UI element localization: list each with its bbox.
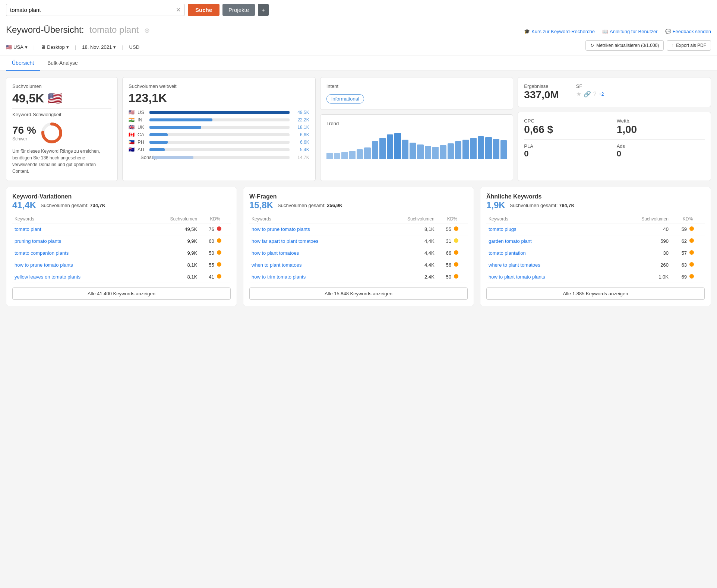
anleitung-link[interactable]: 📖 Anleitung für Benutzer bbox=[602, 29, 658, 34]
table-row: how to prune tomato plants 8,1K 55 bbox=[12, 259, 231, 271]
trend-bar bbox=[349, 151, 356, 159]
country-filter[interactable]: 🇺🇸 USA ▾ bbox=[6, 44, 28, 50]
keyword-volume: 40 bbox=[608, 223, 671, 235]
intent-card: Intent Informational bbox=[320, 77, 514, 110]
keyword-link[interactable]: pruning tomato plants bbox=[15, 238, 61, 244]
country-flag-icon: 🇵🇭 bbox=[129, 139, 135, 145]
kd-number: 31 bbox=[446, 238, 451, 244]
keyword-kurs-link[interactable]: 🎓 Kurs zur Keyword-Recherche bbox=[524, 29, 595, 34]
trend-bar bbox=[462, 140, 469, 159]
pla-block: PLA 0 bbox=[524, 143, 612, 159]
keyword-link[interactable]: tomato companion plants bbox=[15, 250, 69, 256]
keyword-link[interactable]: how to plant tomato plants bbox=[489, 274, 545, 280]
kd-dot-icon bbox=[217, 274, 221, 279]
kv-count: 41,4K bbox=[12, 200, 36, 210]
keyword-link[interactable]: tomato plugs bbox=[489, 226, 516, 232]
question-icon: ? bbox=[593, 91, 597, 98]
keyword-volume: 30 bbox=[608, 247, 671, 259]
kd-number: 63 bbox=[682, 262, 687, 268]
kv-header: Keyword-Variationen 41,4K Suchvolumen ge… bbox=[12, 193, 231, 210]
kd-number: 50 bbox=[446, 274, 451, 280]
keyword-link[interactable]: how to prune tomato plants bbox=[252, 226, 310, 232]
keyword-volume: 2,4K bbox=[379, 271, 436, 283]
kd-number: 57 bbox=[682, 250, 687, 256]
metriken-btn[interactable]: ↻ Metriken aktualisieren (0/1.000) bbox=[585, 40, 664, 51]
keyword-link[interactable]: tomato plant bbox=[15, 226, 41, 232]
wf-table: Keywords Suchvolumen KD% how to prune to… bbox=[249, 215, 468, 283]
table-row: garden tomato plant 590 62 bbox=[486, 235, 705, 247]
search-input[interactable] bbox=[10, 7, 176, 13]
ak-show-all-btn[interactable]: Alle 1.885 Keywords anzeigen bbox=[486, 287, 705, 300]
flag-icon: 🇺🇸 bbox=[6, 44, 12, 50]
trend-bar bbox=[410, 143, 416, 159]
kv-show-all-btn[interactable]: Alle 41.400 Keywords anzeigen bbox=[12, 287, 231, 300]
kd-label: Keyword-Schwierigkeit bbox=[12, 112, 111, 117]
ak-table: Keywords Suchvolumen KD% tomato plugs 40… bbox=[486, 215, 705, 283]
keyword-link[interactable]: how to prune tomato plants bbox=[15, 262, 73, 268]
keyword-kd: 41 bbox=[199, 271, 231, 283]
wf-col-kd: KD% bbox=[437, 215, 468, 223]
keyword-link[interactable]: garden tomato plant bbox=[489, 238, 532, 244]
keyword-link[interactable]: where to plant tomatoes bbox=[489, 262, 540, 268]
country-rows: 🇺🇸 US 49,5K 🇮🇳 IN 22,2K 🇬🇧 UK 18,1K 🇨🇦 C… bbox=[129, 109, 309, 152]
country-volume: 5,4K bbox=[293, 147, 309, 152]
country-flag-icon: 🇺🇸 bbox=[129, 109, 135, 115]
sf-extra[interactable]: +2 bbox=[599, 92, 604, 97]
header-links: 🎓 Kurs zur Keyword-Recherche 📖 Anleitung… bbox=[524, 29, 711, 34]
date-filter[interactable]: 18. Nov. 2021 ▾ bbox=[82, 44, 116, 50]
search-box: ✕ bbox=[6, 4, 185, 16]
kd-number: 59 bbox=[682, 226, 687, 232]
refresh-icon: ↻ bbox=[590, 43, 594, 48]
cpc-block: CPC 0,66 $ bbox=[524, 118, 612, 136]
chevron-down-icon: ▾ bbox=[25, 44, 28, 50]
keyword-volume: 49,5K bbox=[142, 223, 199, 235]
suchvolumen-card: Suchvolumen 49,5K 🇺🇸 Keyword-Schwierigke… bbox=[6, 77, 118, 181]
wf-show-all-btn[interactable]: Alle 15.848 Keywords anzeigen bbox=[249, 287, 468, 300]
trend-bar bbox=[341, 152, 348, 159]
ak-meta: Suchvolumen gesamt: 784,7K bbox=[510, 203, 575, 208]
search-button[interactable]: Suche bbox=[188, 4, 219, 16]
table-row: yellow leaves on tomato plants 8,1K 41 bbox=[12, 271, 231, 283]
device-filter[interactable]: 🖥 Desktop ▾ bbox=[41, 44, 69, 50]
action-buttons: ↻ Metriken aktualisieren (0/1.000) ↑ Exp… bbox=[585, 40, 711, 51]
keyword-link[interactable]: how to trim tomato plants bbox=[252, 274, 306, 280]
sf-block: SF ★ 🔗 ? +2 bbox=[576, 83, 604, 101]
flag-icon: 🇺🇸 bbox=[47, 92, 62, 105]
clear-button[interactable]: ✕ bbox=[176, 6, 181, 13]
keyword-kd: 59 bbox=[671, 223, 705, 235]
results-sf-row: Ergebnisse 337,0M SF ★ 🔗 ? +2 bbox=[524, 83, 705, 101]
separator2: | bbox=[75, 44, 76, 50]
separator: | bbox=[34, 44, 35, 50]
worldwide-value: 123,1K bbox=[129, 91, 309, 105]
worldwide-card: Suchvolumen weltweit 123,1K 🇺🇸 US 49,5K … bbox=[122, 77, 316, 181]
keyword-link[interactable]: when to plant tomatoes bbox=[252, 262, 301, 268]
tab-bulk-analyse[interactable]: Bulk-Analyse bbox=[41, 55, 84, 70]
tab-ubersicht[interactable]: Übersicht bbox=[6, 55, 40, 71]
currency-label: USD bbox=[129, 44, 139, 50]
kd-sublabel: Schwer bbox=[12, 136, 36, 142]
country-bar-bg bbox=[149, 141, 290, 144]
keyword-link[interactable]: how to plant tomatoes bbox=[252, 250, 299, 256]
keyword-link[interactable]: yellow leaves on tomato plants bbox=[15, 274, 80, 280]
keyword-volume: 590 bbox=[608, 235, 671, 247]
sf-icons: ★ 🔗 ? +2 bbox=[576, 90, 604, 98]
kd-number: 41 bbox=[209, 274, 214, 280]
sonstige-bar bbox=[152, 156, 193, 159]
keyword-link[interactable]: tomato plantation bbox=[489, 250, 526, 256]
export-btn[interactable]: ↑ Export als PDF bbox=[667, 40, 711, 51]
country-code: PH bbox=[138, 139, 146, 145]
results-label: Ergebnisse bbox=[524, 83, 559, 89]
projekte-button[interactable]: Projekte bbox=[222, 4, 255, 16]
kd-value: 76 % bbox=[12, 124, 36, 136]
country-bar-bg bbox=[149, 118, 290, 121]
keyword-variationen-card: Keyword-Variationen 41,4K Suchvolumen ge… bbox=[6, 187, 237, 306]
country-flag-icon: 🇬🇧 bbox=[129, 124, 135, 130]
plus-button[interactable]: + bbox=[258, 4, 269, 16]
add-keyword-icon[interactable]: ⊕ bbox=[144, 27, 150, 34]
w-fragen-card: W-Fragen 15,8K Suchvolumen gesamt: 256,9… bbox=[243, 187, 474, 306]
keyword-volume: 9,9K bbox=[142, 235, 199, 247]
feedback-link[interactable]: 💬 Feedback senden bbox=[665, 29, 711, 34]
keyword-link[interactable]: how far apart to plant tomatoes bbox=[252, 238, 318, 244]
pla-ads-grid: PLA 0 Ads 0 bbox=[524, 143, 705, 159]
projekte-label: Projekte bbox=[228, 7, 249, 13]
